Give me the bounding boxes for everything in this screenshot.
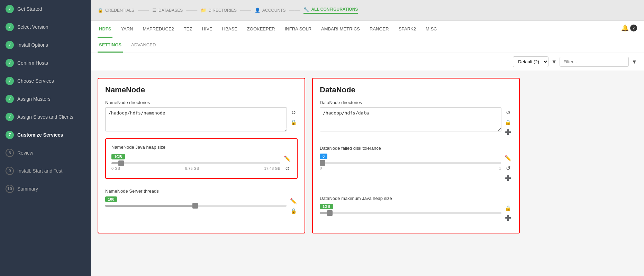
datanode-max-heap-add-btn[interactable]: ➕ <box>504 214 512 222</box>
sub-tab-settings[interactable]: SETTINGS <box>98 38 123 53</box>
datanode-failed-disk-max: 1 <box>499 166 501 170</box>
nav-credentials-label: CREDENTIALS <box>105 8 134 13</box>
namenode-heap-track <box>111 162 280 164</box>
namenode-heap-label: NameNode Java heap size <box>111 145 291 150</box>
content-area: HDFS YARN MAPREDUCE2 TEZ HIVE HBASE ZOOK… <box>91 21 644 276</box>
sidebar-item-customize-services[interactable]: 7 Customize Services <box>0 126 91 144</box>
tab-zookeeper[interactable]: ZOOKEEPER <box>246 21 276 38</box>
sidebar-label-confirm-hosts: Confirm Hosts <box>17 60 48 66</box>
tab-hive[interactable]: HIVE <box>200 21 214 38</box>
namenode-heap-refresh-btn[interactable]: ↺ <box>283 165 291 173</box>
namenode-dirs-refresh-btn[interactable]: ↺ <box>290 109 298 117</box>
datanode-max-heap-lock-btn[interactable]: 🔒 <box>504 204 512 212</box>
sidebar-label-assign-slaves: Assign Slaves and Clients <box>17 114 73 120</box>
namenode-threads-wrap <box>105 205 287 207</box>
datanode-failed-disk-thumb[interactable] <box>320 160 325 166</box>
datanode-max-heap-track <box>320 212 501 214</box>
nav-credentials[interactable]: 🔒 CREDENTIALS <box>98 8 134 13</box>
nav-databases[interactable]: ☰ DATABASES <box>152 8 183 13</box>
namenode-dirs-lock-btn[interactable]: 🔒 <box>290 119 298 126</box>
datanode-failed-disk-section: DataNode failed disk tolerance 0 <box>320 141 512 186</box>
nav-accounts[interactable]: 👤 ACCOUNTS <box>255 8 285 13</box>
namenode-heap-section: NameNode Java heap size 1GB 0 <box>105 138 298 179</box>
datanode-dirs-textarea[interactable] <box>320 107 501 131</box>
namenode-heap-mid: 8.75 GB <box>185 166 199 171</box>
sidebar-item-select-version[interactable]: ✓ Select Version <box>0 18 91 36</box>
namenode-threads-lock-btn[interactable]: 🔒 <box>289 207 298 215</box>
tab-yarn[interactable]: YARN <box>119 21 134 38</box>
namenode-dirs-textarea[interactable] <box>105 107 287 131</box>
top-nav: 🔒 CREDENTIALS —— ☰ DATABASES —— 📁 DIRECT… <box>91 0 644 21</box>
datanode-failed-disk-track <box>320 162 501 164</box>
tab-ambari-metrics[interactable]: AMBARI METRICS <box>320 21 361 38</box>
tab-tez[interactable]: TEZ <box>182 21 194 38</box>
sidebar-item-confirm-hosts[interactable]: ✓ Confirm Hosts <box>0 54 91 72</box>
namenode-threads-fill <box>105 205 196 207</box>
datanode-max-heap-icons: 🔒 ➕ <box>504 203 512 222</box>
datanode-dirs-textarea-wrap <box>320 107 501 133</box>
datanode-dirs-lock-btn[interactable]: 🔒 <box>504 119 512 126</box>
datanode-failed-disk-edit-btn[interactable]: ✏️ <box>504 154 512 162</box>
sidebar-item-summary[interactable]: 10 Summary <box>0 180 91 198</box>
sidebar-label-customize-services: Customize Services <box>17 132 63 138</box>
nav-directories[interactable]: 📁 DIRECTORIES <box>201 8 237 13</box>
tab-misc[interactable]: MISC <box>424 21 438 38</box>
step-circle-10: 9 <box>6 167 14 175</box>
tab-ranger[interactable]: RANGER <box>368 21 390 38</box>
nav-sep-3: —— <box>240 7 251 13</box>
sub-tab-advanced[interactable]: ADVANCED <box>130 38 157 53</box>
datanode-max-heap-label: DataNode maximum Java heap size <box>320 196 512 201</box>
namenode-threads-track <box>105 205 287 207</box>
datanode-failed-disk-labels: 0 1 <box>320 166 501 170</box>
sidebar-item-review[interactable]: 8 Review <box>0 144 91 162</box>
datanode-failed-disk-wrap <box>320 162 501 164</box>
bell-area: 🔔 2 <box>621 24 637 32</box>
user-icon: 👤 <box>255 8 260 13</box>
sidebar-label-summary: Summary <box>17 186 38 192</box>
sidebar-label-assign-masters: Assign Masters <box>17 96 51 102</box>
sidebar-label-get-started: Get Started <box>17 6 42 12</box>
namenode-heap-slider-content: 1GB 0 GB 8.75 GB 17.48 GB <box>111 153 280 171</box>
group-select[interactable]: Default (2) <box>513 56 548 67</box>
step-circle-5: ✓ <box>6 77 14 85</box>
sidebar-item-install-options[interactable]: ✓ Install Options <box>0 36 91 54</box>
datanode-max-heap-wrap <box>320 212 501 214</box>
tab-hbase[interactable]: HBASE <box>221 21 239 38</box>
namenode-threads-edit-btn[interactable]: ✏️ <box>289 197 298 205</box>
sidebar-item-assign-masters[interactable]: ✓ Assign Masters <box>0 90 91 108</box>
datanode-failed-disk-add-btn[interactable]: ➕ <box>504 174 512 182</box>
tab-mapreduce2[interactable]: MAPREDUCE2 <box>142 21 175 38</box>
namenode-dirs-textarea-wrap <box>105 107 287 133</box>
datanode-max-heap-thumb[interactable] <box>327 210 333 216</box>
filter-row: Default (2) ▼ ▼ <box>91 53 644 71</box>
filter-dropdown-icon: ▼ <box>551 59 557 65</box>
namenode-threads-section: NameNode Server threads 100 <box>105 184 298 219</box>
namenode-heap-min: 0 GB <box>111 166 120 171</box>
namenode-threads-thumb[interactable] <box>192 203 198 209</box>
sidebar-item-choose-services[interactable]: ✓ Choose Services <box>0 72 91 90</box>
tab-hdfs[interactable]: HDFS <box>98 21 112 38</box>
sidebar-item-install-start[interactable]: 9 Install, Start and Test <box>0 162 91 180</box>
sidebar-item-assign-slaves[interactable]: ✓ Assign Slaves and Clients <box>0 108 91 126</box>
tab-spark2[interactable]: SPARK2 <box>397 21 417 38</box>
datanode-title: DataNode <box>320 85 512 94</box>
datanode-failed-disk-refresh-btn[interactable]: ↺ <box>504 164 512 172</box>
namenode-heap-labels: 0 GB 8.75 GB 17.48 GB <box>111 166 280 171</box>
wrench-icon: 🔧 <box>303 7 309 12</box>
nav-all-configurations[interactable]: 🔧 ALL CONFIGURATIONS <box>303 7 358 14</box>
datanode-dirs-add-btn[interactable]: ➕ <box>504 128 512 136</box>
datanode-card: DataNode DataNode directories ↺ 🔒 ➕ Data… <box>312 78 520 233</box>
sidebar-item-get-started[interactable]: ✓ Get Started <box>0 0 91 18</box>
namenode-heap-thumb[interactable] <box>118 160 124 166</box>
bell-badge: 2 <box>630 25 637 31</box>
namenode-threads-content: 100 <box>105 196 287 209</box>
datanode-failed-disk-content: 0 0 1 <box>320 153 501 170</box>
nav-directories-label: DIRECTORIES <box>208 8 237 13</box>
datanode-dirs-refresh-btn[interactable]: ↺ <box>504 109 512 117</box>
tab-infra-solr[interactable]: INFRA SOLR <box>283 21 313 38</box>
sidebar-label-review: Review <box>17 150 33 156</box>
namenode-heap-edit-btn[interactable]: ✏️ <box>283 155 291 163</box>
nav-sep-2: —— <box>186 7 197 13</box>
cards-area: NameNode NameNode directories ↺ 🔒 NameNo… <box>91 71 644 240</box>
filter-input[interactable] <box>560 57 629 67</box>
